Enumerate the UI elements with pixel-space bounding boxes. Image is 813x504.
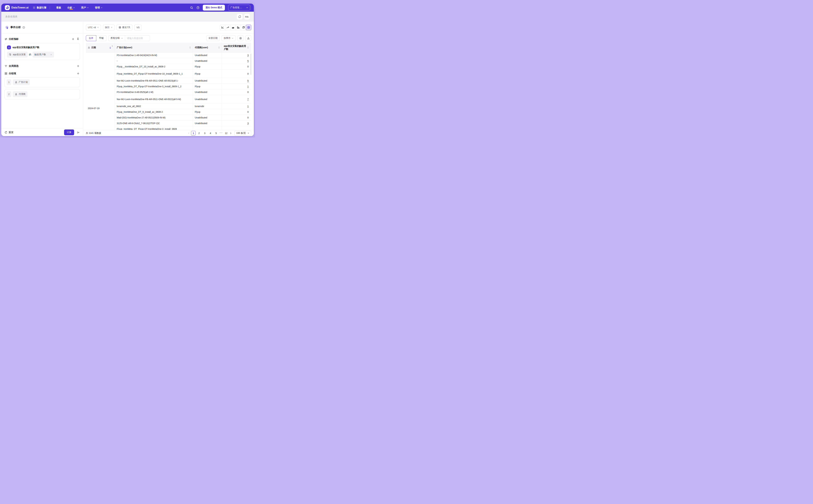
prev-page-button[interactable] xyxy=(187,132,190,134)
sort-control[interactable] xyxy=(189,46,191,49)
sort-control[interactable] xyxy=(247,46,249,49)
help-icon[interactable] xyxy=(196,6,199,9)
date-range-button[interactable]: 最近7天 xyxy=(116,25,132,30)
table-row: Flyup_IronMeta_DT_Flyup-DT-IronMetaOne-3… xyxy=(115,84,251,89)
agent-cell: Flyup xyxy=(193,64,222,69)
refresh-button[interactable] xyxy=(237,14,243,20)
search-icon[interactable] xyxy=(190,6,193,9)
column-header-date[interactable]: 日期 1 xyxy=(86,43,115,52)
tile-mode-button[interactable]: 平铺 xyxy=(96,35,106,41)
group-field-chip[interactable]: 代理商 xyxy=(13,91,27,97)
table-header: 日期 1 广告计划(user) 代理商(user) app首次安装的触发用户数 xyxy=(86,43,251,52)
add-metric-button[interactable] xyxy=(71,37,75,41)
campaign-cell: Nor-MJ-Lovin-IronMetaOne-FB-AR-0511-ONE-… xyxy=(115,95,193,103)
value-cell: 0 xyxy=(222,64,251,69)
nav-item-看板[interactable]: 看板 xyxy=(53,4,64,12)
table-row: Nor-MJ-Lovin-IronMetaOne-FB-AR-0511-ONE-… xyxy=(115,95,251,103)
nav-item-用户[interactable]: 用户 xyxy=(78,4,92,12)
add-group-button[interactable] xyxy=(76,72,80,75)
sort-control[interactable] xyxy=(219,46,220,49)
analysis-sidebar: 事件分析 分析指标 Σ xyxy=(1,22,83,136)
chart-type-switcher xyxy=(220,25,251,30)
collapse-panel-icon[interactable] xyxy=(77,131,80,134)
campaign-cell: FS-IronMetaOne-1-All-0424(0423-IN-M) xyxy=(115,52,193,58)
nav-item-data-engine[interactable]: 数据引擎 xyxy=(33,6,46,9)
column-header-agent[interactable]: 代理商(user) xyxy=(193,43,222,52)
column-label: 代理商(user) xyxy=(195,46,217,49)
sort-control[interactable] xyxy=(110,46,111,49)
value-link[interactable]: 1 xyxy=(247,85,249,88)
metrics-section-title: 分析指标 xyxy=(9,38,19,41)
value-link[interactable]: 5 xyxy=(247,60,249,62)
calculate-button[interactable]: 计算 xyxy=(64,129,74,135)
trend-line-button[interactable] xyxy=(225,25,231,30)
area-chart-button[interactable] xyxy=(230,25,236,30)
add-filter-button[interactable] xyxy=(76,64,80,68)
bar-chart-button[interactable] xyxy=(236,25,241,30)
info-icon[interactable] xyxy=(22,26,25,29)
vs-compare-button[interactable]: VS xyxy=(134,25,142,30)
campaign-cell: Flyup__IronMetaOne_DT_10_install_ac_0608… xyxy=(115,64,193,69)
group-item-代理商[interactable]: 2代理商 xyxy=(5,89,80,99)
column-header-value[interactable]: app首次安装的触发用户数 xyxy=(222,43,251,52)
table-row: FS-IronMetaOne-1-All-0424(0423-IN-M)Unat… xyxy=(115,52,251,58)
formula-sigma-button[interactable]: Σ xyxy=(76,37,80,41)
value-cell: 5 xyxy=(222,58,251,64)
calendar-icon xyxy=(119,26,121,29)
agent-cell: Unattributed xyxy=(193,52,222,58)
page-button-5[interactable]: 5 xyxy=(214,131,219,135)
campaign-cell: Flyup_IronMetaOne_DT_9_install_ac_0608-2 xyxy=(115,109,193,115)
nav-item-label: 分析 xyxy=(67,6,72,9)
value-link[interactable]: 7 xyxy=(247,98,249,101)
page-button-3[interactable]: 3 xyxy=(202,131,207,135)
nav-item-分析[interactable]: 分析 xyxy=(64,4,78,12)
by-event-select[interactable]: 按事件 xyxy=(222,35,236,41)
download-button[interactable] xyxy=(245,35,251,41)
group-filter-select[interactable]: 所有分组 xyxy=(109,35,125,41)
page-button-4[interactable]: 4 xyxy=(208,131,213,135)
group-item-广告计划[interactable]: 1广告计划 xyxy=(5,77,80,87)
chevron-down-icon xyxy=(101,7,103,9)
group-field-chip[interactable]: 广告计划 xyxy=(13,79,30,85)
page-button-12[interactable]: 12 xyxy=(224,131,229,135)
app-window: DataTower.ai 数据引擎 看板分析用户管理 退出 Demo 模式 广告… xyxy=(1,4,254,136)
page-size-label: 100 条/页 xyxy=(236,132,246,135)
pie-chart-button[interactable] xyxy=(241,25,246,30)
page-button-1[interactable]: 1 xyxy=(191,131,195,135)
nav-menu: 看板分析用户管理 xyxy=(53,4,106,12)
sql-button[interactable]: SQL xyxy=(244,14,250,20)
table-row: 3125-ONE-All-8-Click2_7-0613(2/TOP-2)CUn… xyxy=(115,121,251,126)
event-chip[interactable]: app首次安装 xyxy=(7,52,28,57)
value-link[interactable]: 3 xyxy=(247,54,249,57)
page-size-select[interactable]: 100 条/页 xyxy=(234,131,251,136)
total-count: 共 1141 项数据 xyxy=(86,132,101,135)
nav-item-管理[interactable]: 管理 xyxy=(92,4,106,12)
table-scrollbar[interactable] xyxy=(251,54,251,75)
table-grid-button[interactable] xyxy=(246,25,251,30)
exit-demo-button[interactable]: 退出 Demo 模式 xyxy=(203,5,225,11)
table-settings-button[interactable] xyxy=(238,35,244,41)
reset-button[interactable]: 重置 xyxy=(5,131,13,134)
merge-mode-button[interactable]: 合并 xyxy=(86,35,96,41)
granularity-select[interactable]: 按日 xyxy=(103,25,115,30)
next-page-button[interactable] xyxy=(230,132,232,134)
timezone-select[interactable]: UTC +8 xyxy=(86,25,101,30)
page-button-2[interactable]: 2 xyxy=(197,131,201,135)
value-link[interactable]: 1 xyxy=(247,105,249,108)
group-filter-input[interactable] xyxy=(125,35,150,41)
project-selector[interactable]: 广告变现 ... xyxy=(228,5,250,11)
brand[interactable]: DataTower.ai xyxy=(5,5,29,10)
report-title: 未命名报表 xyxy=(5,15,17,18)
metric-index-badge: 1 xyxy=(7,45,11,49)
value-cell: 0 xyxy=(222,89,251,95)
measure-chip[interactable]: 触发用户数 xyxy=(32,52,54,57)
line-chart-button[interactable] xyxy=(220,25,225,30)
table-mode-segmented: 合并 平铺 xyxy=(86,35,106,41)
value-link[interactable]: 5 xyxy=(247,79,249,82)
column-header-campaign[interactable]: 广告计划(user) xyxy=(115,43,193,52)
metric-card[interactable]: 1 app首次安装的触发用户数 app首次安装 的 触发用户数 xyxy=(5,43,80,60)
pagination-ellipsis[interactable]: ••• xyxy=(220,132,223,135)
all-dates-button[interactable]: 全部日期 xyxy=(207,35,220,41)
value-link[interactable]: 3 xyxy=(247,122,249,125)
campaign-cell: lunamobi_one_all_0602 xyxy=(115,103,193,109)
